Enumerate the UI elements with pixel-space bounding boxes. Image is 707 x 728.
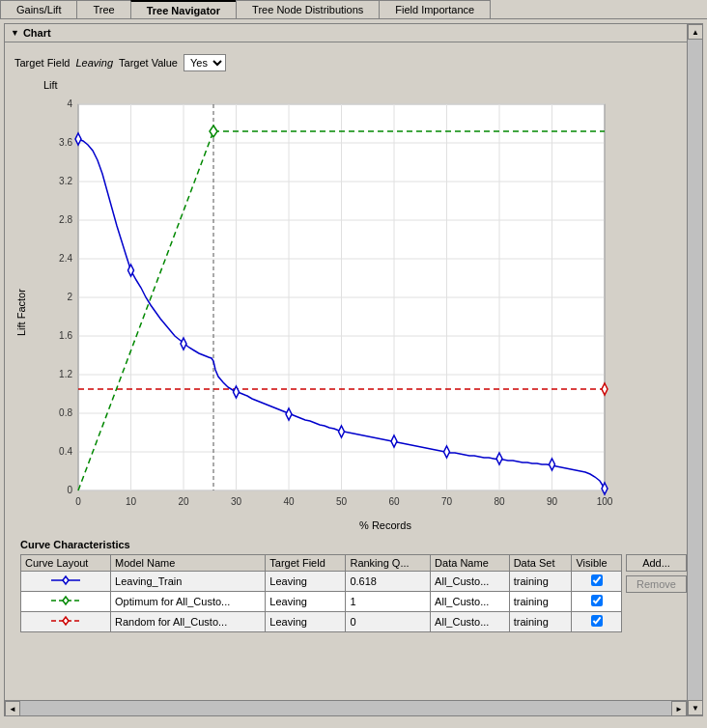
- col-target-field: Target Field: [266, 555, 346, 572]
- svg-text:100: 100: [597, 496, 613, 507]
- tab-field-importance[interactable]: Field Importance: [379, 0, 491, 18]
- svg-text:90: 90: [547, 496, 558, 507]
- target-field-label: Target Field: [14, 57, 70, 69]
- curve-layout-cell: [21, 572, 111, 592]
- visible-cell: [572, 612, 622, 632]
- svg-text:2: 2: [67, 292, 72, 302]
- svg-marker-65: [63, 597, 69, 604]
- ranking-q-cell: 0: [346, 612, 431, 632]
- visible-checkbox-3[interactable]: [591, 615, 603, 627]
- model-name-cell: Random for All_Custo...: [111, 612, 266, 632]
- y-axis-label: Lift Factor: [14, 95, 28, 531]
- data-set-cell: training: [509, 612, 572, 632]
- curve-characteristics-title: Curve Characteristics: [20, 539, 687, 550]
- model-name-cell: Leaving_Train: [111, 572, 266, 592]
- scroll-track[interactable]: [688, 40, 702, 700]
- h-scroll-track[interactable]: [20, 701, 671, 715]
- svg-text:0: 0: [67, 485, 72, 495]
- col-model-name: Model Name: [111, 555, 266, 572]
- data-name-cell: All_Custo...: [431, 612, 510, 632]
- data-set-cell: training: [509, 592, 572, 612]
- chart-body: Target Field Leaving Target Value Yes No…: [5, 42, 702, 640]
- col-visible: Visible: [572, 555, 622, 572]
- table-row: Random for All_Custo... Leaving 0 All_Cu…: [21, 612, 622, 632]
- svg-text:3.2: 3.2: [59, 176, 72, 186]
- target-value-select[interactable]: Yes No: [184, 54, 226, 71]
- lift-chart-svg: 4 3.6 3.2 2.8 2.4 2 1.6 1.2 0.8 0.4 0 0 …: [30, 95, 619, 519]
- scroll-down-button[interactable]: ▼: [688, 700, 703, 715]
- svg-marker-63: [63, 576, 69, 584]
- scroll-left-button[interactable]: ◄: [5, 701, 20, 716]
- svg-text:20: 20: [178, 496, 189, 507]
- visible-checkbox-1[interactable]: [591, 574, 603, 586]
- target-field-value: Leaving: [75, 57, 113, 69]
- curve-layout-cell: [21, 612, 111, 632]
- main-content: ▼ Chart Target Field Leaving Target Valu…: [0, 19, 707, 728]
- data-name-cell: All_Custo...: [431, 592, 510, 612]
- chart-area: 4 3.6 3.2 2.8 2.4 2 1.6 1.2 0.8 0.4 0 0 …: [30, 95, 693, 531]
- x-axis-label: % Records: [78, 519, 693, 531]
- curve-icon-green: [51, 594, 80, 607]
- svg-text:2.4: 2.4: [59, 253, 72, 264]
- tab-gains-lift[interactable]: Gains/Lift: [0, 0, 76, 18]
- curve-characteristics-table: Curve Layout Model Name Target Field Ran…: [20, 554, 622, 632]
- table-row: Leaving_Train Leaving 0.618 All_Custo...…: [21, 572, 622, 592]
- ranking-q-cell: 0.618: [346, 572, 431, 592]
- svg-text:70: 70: [441, 496, 453, 507]
- chart-container: Lift Factor: [14, 95, 693, 531]
- svg-text:3.6: 3.6: [59, 137, 72, 148]
- target-field-cell: Leaving: [266, 592, 346, 612]
- visible-cell: [572, 572, 622, 592]
- svg-marker-67: [63, 617, 69, 625]
- svg-text:10: 10: [126, 496, 137, 507]
- table-buttons: Add... Remove: [626, 554, 687, 632]
- svg-text:40: 40: [283, 496, 295, 507]
- curve-icon-red: [51, 614, 80, 628]
- scroll-right-button[interactable]: ►: [671, 701, 687, 716]
- svg-text:4: 4: [67, 98, 72, 109]
- data-name-cell: All_Custo...: [431, 572, 510, 592]
- horizontal-scrollbar: ◄ ►: [5, 700, 687, 715]
- target-field-cell: Leaving: [266, 572, 346, 592]
- svg-text:1.6: 1.6: [59, 330, 72, 341]
- curve-table-wrapper: Curve Layout Model Name Target Field Ran…: [20, 554, 687, 632]
- table-row: Optimum for All_Custo... Leaving 1 All_C…: [21, 592, 622, 612]
- col-ranking-q: Ranking Q...: [346, 555, 431, 572]
- vertical-scrollbar: ▲ ▼: [687, 24, 702, 715]
- chart-panel-title: Chart: [23, 27, 51, 39]
- svg-text:2.8: 2.8: [59, 214, 72, 225]
- svg-text:1.2: 1.2: [59, 369, 72, 379]
- lift-label: Lift: [43, 79, 693, 91]
- chart-panel-header: ▼ Chart: [5, 24, 702, 42]
- visible-cell: [572, 592, 622, 612]
- target-field-cell: Leaving: [266, 612, 346, 632]
- svg-text:0.8: 0.8: [59, 407, 72, 418]
- svg-text:0: 0: [75, 496, 81, 507]
- curve-layout-cell: [21, 592, 111, 612]
- tab-bar: Gains/Lift Tree Tree Navigator Tree Node…: [0, 0, 707, 19]
- target-row: Target Field Leaving Target Value Yes No: [14, 54, 693, 71]
- curve-section: Curve Characteristics Curve Layout Model…: [14, 539, 693, 632]
- scroll-up-button[interactable]: ▲: [688, 24, 703, 40]
- svg-text:50: 50: [336, 496, 348, 507]
- svg-text:0.4: 0.4: [59, 446, 72, 457]
- col-data-set: Data Set: [509, 555, 572, 572]
- chart-panel: ▼ Chart Target Field Leaving Target Valu…: [4, 23, 703, 716]
- col-curve-layout: Curve Layout: [21, 555, 111, 572]
- svg-text:30: 30: [231, 496, 242, 507]
- target-value-label: Target Value: [119, 57, 178, 69]
- svg-text:80: 80: [494, 496, 505, 507]
- svg-text:60: 60: [388, 496, 400, 507]
- add-button[interactable]: Add...: [626, 554, 687, 572]
- tab-tree-node-distributions[interactable]: Tree Node Distributions: [236, 0, 379, 18]
- col-data-name: Data Name: [431, 555, 510, 572]
- remove-button[interactable]: Remove: [626, 575, 687, 593]
- data-set-cell: training: [509, 572, 572, 592]
- curve-icon-blue: [51, 574, 80, 587]
- model-name-cell: Optimum for All_Custo...: [111, 592, 266, 612]
- collapse-triangle[interactable]: ▼: [11, 28, 19, 38]
- tab-tree-navigator[interactable]: Tree Navigator: [130, 0, 236, 18]
- ranking-q-cell: 1: [346, 592, 431, 612]
- tab-tree[interactable]: Tree: [76, 0, 129, 18]
- visible-checkbox-2[interactable]: [591, 595, 603, 606]
